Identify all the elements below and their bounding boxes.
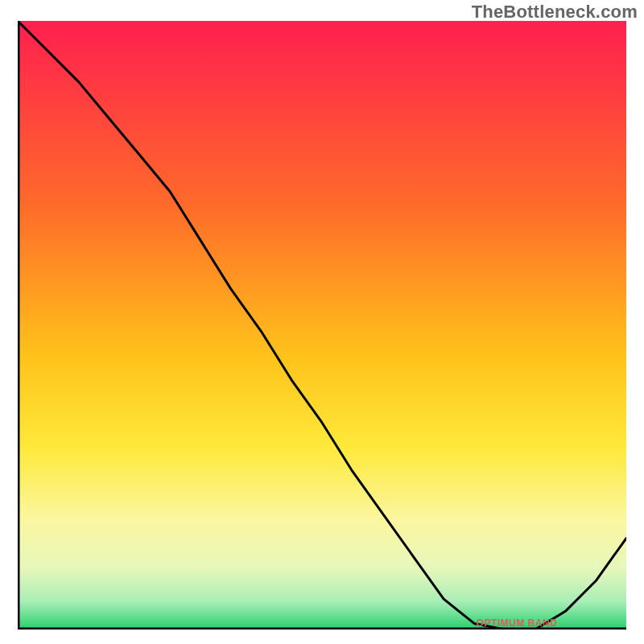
chart-container: TheBottleneck.com OPTIMUM BAND	[0, 0, 644, 644]
optimum-annotation: OPTIMUM BAND	[477, 617, 558, 629]
watermark-text: TheBottleneck.com	[472, 2, 638, 23]
plot-area: OPTIMUM BAND	[18, 21, 626, 630]
chart-svg: OPTIMUM BAND	[18, 21, 626, 630]
gradient-background	[18, 21, 626, 630]
